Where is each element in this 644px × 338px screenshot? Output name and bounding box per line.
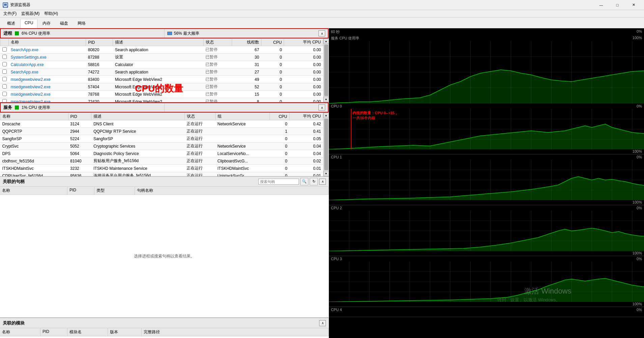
process-name[interactable]: SearchApp.exe: [11, 70, 38, 74]
table-row[interactable]: CalculatorApp.exe 58816 Calculator 已暂停 3…: [0, 61, 323, 68]
minimize-button[interactable]: —: [593, 0, 609, 10]
process-col-status[interactable]: 状态: [203, 39, 232, 46]
process-col-cpu[interactable]: CPU: [261, 39, 284, 46]
service-desc: 连接设备平台用户服务_fe5156d: [91, 172, 185, 177]
process-avgcpu: 0.00: [284, 54, 323, 61]
process-name[interactable]: msedgewebview2.exe: [11, 77, 51, 82]
handles-search-input[interactable]: [258, 179, 299, 185]
process-checkbox[interactable]: [2, 99, 7, 102]
maximize-button[interactable]: □: [610, 0, 625, 10]
service-col-status[interactable]: 状态: [185, 113, 215, 120]
handles-col-name[interactable]: 名称: [0, 187, 67, 194]
service-col-avgcpu[interactable]: 平均 CPU: [289, 113, 323, 120]
service-name: ITSKHDMaintSvc: [0, 165, 68, 172]
process-col-avgcpu[interactable]: 平均 CPU: [284, 39, 323, 46]
menu-file[interactable]: 文件(F): [1, 10, 19, 17]
process-checkbox[interactable]: [2, 62, 7, 66]
cpu2-graph: CPU 2 0%: [329, 205, 644, 256]
modules-collapse-btn[interactable]: ∧: [319, 320, 326, 326]
menu-help[interactable]: 帮助(H): [42, 10, 60, 17]
tab-disk[interactable]: 磁盘: [56, 19, 73, 28]
service-col-group[interactable]: 组: [215, 113, 270, 120]
service-col-name[interactable]: 名称: [0, 113, 68, 120]
process-name[interactable]: SearchApp.exe: [11, 48, 38, 52]
process-checkbox[interactable]: [2, 69, 7, 74]
table-row[interactable]: msedgewebview2.exe 72420 Microsoft Edge …: [0, 98, 323, 102]
process-col-desc[interactable]: 描述: [113, 39, 203, 46]
service-cpu: 0: [270, 135, 289, 143]
process-name[interactable]: SystemSettings.exe: [11, 55, 47, 60]
process-name[interactable]: msedgewebview2.exe: [11, 99, 51, 102]
tab-network[interactable]: 网络: [73, 19, 90, 28]
process-name[interactable]: msedgewebview2.exe: [11, 85, 51, 89]
tab-memory[interactable]: 内存: [38, 19, 55, 28]
table-row[interactable]: CryptSvc 5052 Cryptographic Services 正在运…: [0, 143, 323, 150]
process-scrollbar[interactable]: ▲ ▼: [323, 38, 329, 102]
tab-cpu[interactable]: CPU: [20, 19, 37, 28]
service-col-pid[interactable]: PID: [68, 113, 91, 120]
process-checkbox[interactable]: [2, 92, 7, 96]
table-row[interactable]: SearchApp.exe 80820 Search application 已…: [0, 46, 323, 54]
service-desc: ITSKHD Maintenance Service: [91, 165, 185, 172]
process-name[interactable]: CalculatorApp.exe: [11, 62, 44, 67]
table-row[interactable]: SystemSettings.exe 87288 设置 已暂停 30 0 0.0…: [0, 54, 323, 61]
cpu2-hundred: 100%: [633, 251, 642, 255]
service-collapse-btn[interactable]: ∧: [318, 104, 325, 111]
service-status: 正在运行: [185, 150, 215, 157]
process-checkbox[interactable]: [2, 77, 7, 81]
service-scroll-down[interactable]: ▼: [324, 171, 329, 176]
handles-refresh-btn[interactable]: ↻: [310, 178, 318, 185]
scroll-up-arrow[interactable]: ▲: [324, 38, 329, 44]
table-row[interactable]: DPS 5064 Diagnostic Policy Service 正在运行 …: [0, 150, 323, 157]
service-scrollbar[interactable]: ▲ ▼: [323, 113, 329, 176]
modules-section: 关联的模块 ∧ 名称 PID 模块名 版本 完整路径: [0, 318, 329, 338]
modules-col-pid[interactable]: PID: [40, 328, 67, 336]
process-checkbox[interactable]: [2, 47, 7, 52]
service-avgcpu: 0.42: [289, 120, 323, 128]
table-row[interactable]: msedgewebview2.exe 83400 Microsoft Edge …: [0, 76, 323, 83]
close-button[interactable]: ✕: [626, 0, 641, 10]
process-name[interactable]: msedgewebview2.exe: [11, 92, 51, 97]
process-col-name[interactable]: 名称: [9, 39, 86, 46]
service-scroll-thumb[interactable]: [324, 119, 328, 170]
table-row[interactable]: msedgewebview2.exe 57404 Microsoft Edge …: [0, 83, 323, 91]
handles-col-type[interactable]: 类型: [94, 187, 135, 194]
table-row[interactable]: msedgewebview2.exe 78768 Microsoft Edge …: [0, 91, 323, 98]
modules-col-name[interactable]: 名称: [0, 328, 40, 336]
service-section-title: 服务: [3, 104, 12, 111]
main-content: CPU的数量 进程 6% CPU 使用率 56% 最大频率 ∧: [0, 28, 644, 338]
process-col-threads[interactable]: 线程数: [232, 39, 261, 46]
table-row[interactable]: QQPCRTP 2944 QQPCMgr RTP Service 正在运行 1 …: [0, 128, 323, 135]
handles-col-pid[interactable]: PID: [67, 187, 94, 194]
handles-content: 名称 PID 类型 句柄名称 选择进程或搜索句柄以查看结果。: [0, 187, 329, 317]
table-row[interactable]: ITSKHDMaintSvc 3232 ITSKHD Maintenance S…: [0, 165, 323, 172]
table-row[interactable]: Dnscache 3124 DNS Client 正在运行 NetworkSer…: [0, 120, 323, 128]
process-checkbox[interactable]: [2, 55, 7, 59]
tab-overview[interactable]: 概述: [3, 19, 20, 28]
table-row[interactable]: cbdhsvc_fe5156d 81040 剪贴板用户服务_fe5156d 正在…: [0, 157, 323, 165]
process-status: 已暂停: [203, 98, 232, 102]
table-row[interactable]: SangforSP 5224 SangforSP 正在运行 0 0.05: [0, 135, 323, 143]
table-row[interactable]: CDPUserSvc_fe5156d 95636 连接设备平台用户服务_fe51…: [0, 172, 323, 177]
service-col-desc[interactable]: 描述: [91, 113, 185, 120]
scroll-down-arrow[interactable]: ▼: [324, 97, 329, 102]
modules-col-modname[interactable]: 模块名: [67, 328, 108, 336]
handles-col-handlename[interactable]: 句柄名称: [135, 187, 329, 194]
process-threads: 52: [232, 83, 261, 91]
process-avgcpu: 0.00: [284, 91, 323, 98]
scroll-thumb[interactable]: [324, 44, 328, 96]
menu-monitor[interactable]: 监视器(M): [19, 10, 41, 17]
service-cpu: 0: [270, 172, 289, 177]
modules-col-version[interactable]: 版本: [108, 328, 142, 336]
process-col-pid[interactable]: PID: [86, 39, 113, 46]
modules-col-path[interactable]: 完整路径: [142, 328, 329, 336]
process-desc: Calculator: [113, 61, 203, 68]
service-col-cpu[interactable]: CPU: [270, 113, 289, 120]
process-checkbox[interactable]: [2, 84, 7, 89]
cpu3-hundred: 100%: [633, 302, 642, 306]
handles-collapse-btn[interactable]: ∧: [319, 179, 326, 185]
table-row[interactable]: SearchApp.exe 74272 Search application 已…: [0, 68, 323, 76]
service-scroll-up[interactable]: ▲: [324, 113, 329, 118]
handles-search-btn[interactable]: 🔍: [300, 178, 308, 185]
process-collapse-btn[interactable]: ∧: [318, 30, 325, 36]
